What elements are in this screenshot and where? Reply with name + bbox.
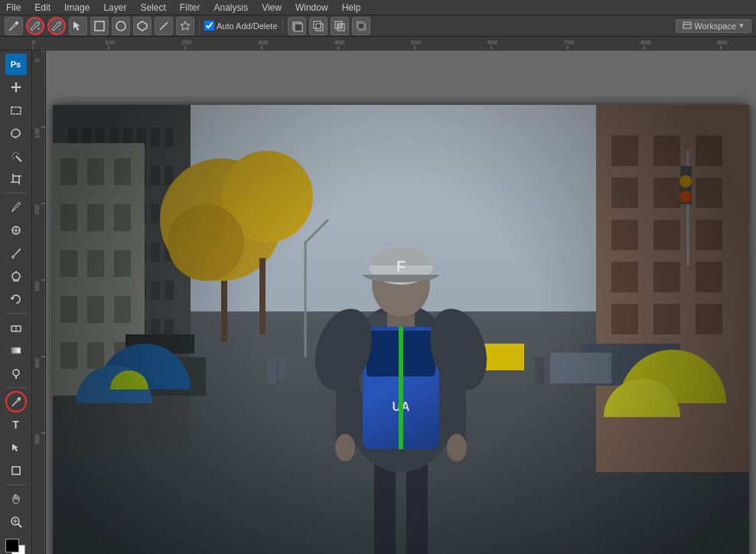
svg-line-42 [16, 156, 21, 161]
ruler-left: 0 100 200 300 400 500 [32, 51, 46, 554]
marquee-icon [10, 104, 22, 116]
svg-text:0: 0 [34, 58, 41, 62]
rectangle-shape-icon [94, 21, 105, 31]
color-swatch-container [4, 537, 28, 554]
svg-text:100: 100 [105, 39, 116, 46]
lasso-icon [10, 127, 22, 139]
eraser-tool[interactable] [5, 317, 27, 338]
options-bar: + - [0, 15, 756, 37]
clone-stamp-tool[interactable] [5, 266, 27, 287]
svg-text:0: 0 [32, 39, 36, 46]
exclude-shapes-icon [355, 20, 367, 32]
svg-point-4 [116, 21, 125, 31]
svg-point-55 [11, 256, 15, 259]
svg-rect-40 [11, 107, 21, 114]
svg-rect-65 [12, 467, 20, 474]
options-separator-2 [282, 18, 283, 34]
svg-line-46 [18, 153, 19, 155]
pen-tool-option[interactable] [5, 17, 23, 35]
exclude-shapes-btn[interactable] [352, 17, 370, 35]
rectangle-shape-option[interactable] [90, 17, 109, 35]
auto-add-delete-checkbox[interactable] [204, 21, 214, 31]
auto-add-delete-label: Auto Add/Delete [217, 21, 278, 31]
healing-brush-tool[interactable] [5, 220, 27, 241]
delete-anchor-icon: - [51, 20, 63, 32]
svg-rect-16 [359, 24, 363, 28]
intersect-shapes-btn[interactable] [331, 17, 349, 35]
menu-file[interactable]: File [3, 2, 24, 13]
magic-wand-tool[interactable] [5, 145, 27, 167]
line-shape-option[interactable] [155, 17, 173, 35]
custom-shape-icon [180, 21, 191, 31]
crop-tool[interactable] [5, 168, 27, 190]
workspace-icon [683, 21, 692, 31]
options-separator-1 [199, 18, 200, 34]
toolbar: Ps [0, 51, 32, 554]
svg-text:200: 200 [181, 39, 192, 46]
svg-rect-61 [11, 347, 21, 354]
shape-tool[interactable] [5, 460, 27, 481]
new-layer-btn[interactable] [288, 17, 306, 35]
polygon-shape-icon [137, 21, 148, 31]
arrow-icon [72, 20, 84, 32]
magic-wand-icon [10, 150, 22, 162]
polygon-shape-option[interactable] [133, 17, 152, 35]
svg-rect-13 [337, 24, 342, 28]
move-tool[interactable] [5, 77, 27, 98]
photo-canvas[interactable] [53, 105, 749, 555]
path-selection-tool-option[interactable] [69, 17, 87, 35]
line-shape-icon [158, 21, 169, 31]
brush-tool[interactable] [5, 243, 27, 264]
workspace-label: Workspace [694, 21, 736, 31]
svg-line-44 [13, 153, 15, 155]
zoom-tool[interactable] [5, 511, 27, 533]
menu-analysis[interactable]: Analysis [210, 2, 251, 13]
menu-image[interactable]: Image [61, 2, 93, 13]
svg-rect-3 [95, 21, 104, 31]
svg-text:400: 400 [334, 39, 345, 46]
healing-brush-icon [10, 224, 22, 236]
eyedropper-icon [10, 201, 22, 213]
text-tool[interactable]: T [5, 414, 27, 435]
menubar: File Edit Image Layer Select Filter Anal… [0, 0, 756, 15]
foreground-color-swatch[interactable] [5, 539, 19, 552]
svg-text:800: 800 [640, 39, 651, 46]
combine-shapes-btn[interactable] [309, 17, 327, 35]
history-brush-tool[interactable] [5, 288, 27, 310]
delete-anchor-point-tool[interactable]: - [47, 17, 66, 35]
menu-layer[interactable]: Layer [100, 2, 129, 13]
svg-text:600: 600 [487, 39, 498, 46]
eraser-icon [10, 321, 22, 334]
add-anchor-icon: + [29, 20, 41, 32]
svg-marker-5 [138, 21, 147, 31]
pen-tool[interactable] [5, 391, 27, 412]
svg-text:400: 400 [34, 357, 41, 368]
dodge-tool[interactable] [5, 363, 27, 384]
menu-window[interactable]: Window [292, 2, 331, 13]
history-brush-icon [10, 293, 22, 305]
svg-line-6 [160, 22, 168, 30]
hand-tool[interactable] [5, 488, 27, 510]
menu-view[interactable]: View [259, 2, 285, 13]
lasso-tool[interactable] [5, 122, 27, 144]
svg-text:500: 500 [411, 39, 422, 46]
canvas-area [46, 51, 756, 554]
menu-help[interactable]: Help [339, 2, 364, 13]
gradient-tool[interactable] [5, 340, 27, 361]
add-anchor-point-tool[interactable]: + [26, 17, 44, 35]
new-layer-icon [291, 20, 303, 32]
hand-icon [10, 493, 22, 505]
eyedropper-tool[interactable] [5, 197, 27, 218]
custom-shape-option[interactable] [176, 17, 194, 35]
marquee-tool[interactable] [5, 99, 27, 121]
direct-selection-tool[interactable] [5, 437, 27, 458]
menu-select[interactable]: Select [137, 2, 168, 13]
clone-stamp-icon [10, 270, 22, 282]
menu-edit[interactable]: Edit [31, 2, 54, 13]
svg-text:300: 300 [258, 39, 269, 46]
menu-filter[interactable]: Filter [177, 2, 204, 13]
ellipse-shape-option[interactable] [112, 17, 130, 35]
svg-text:700: 700 [564, 39, 575, 46]
workspace-button[interactable]: Workspace ▼ [676, 19, 751, 33]
pen-icon [8, 20, 20, 32]
